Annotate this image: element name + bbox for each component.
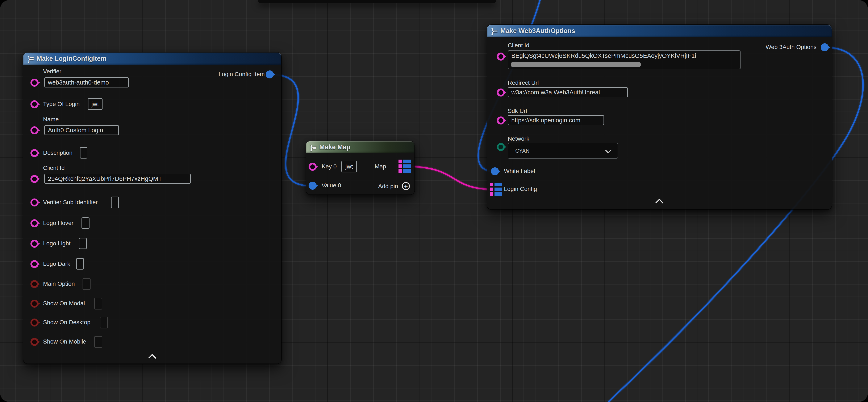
map-output-label: Map [375, 163, 386, 170]
pin-label-show-on-desktop: Show On Desktop [43, 318, 91, 326]
collapse-node-button[interactable] [148, 354, 156, 362]
make-struct-icon: }= [491, 27, 497, 34]
client-id-input[interactable]: 294QRkchfq2YaXUbPri7D6PH7xzHgQMT [44, 174, 191, 184]
pin-label-name: Name [43, 116, 59, 123]
add-pin-label: Add pin [378, 182, 398, 190]
logo-light-input[interactable] [79, 238, 87, 249]
main-option-checkbox[interactable] [83, 278, 91, 290]
redirect-url-pin[interactable] [497, 88, 505, 96]
key0-input[interactable]: jwt [341, 161, 357, 172]
logo-dark-input[interactable] [76, 258, 84, 269]
description-pin[interactable] [30, 149, 38, 157]
pin-label-redirect-url: Redirect Url [508, 79, 539, 87]
pin-label-logo-light: Logo Light [43, 240, 70, 247]
show-on-desktop-pin[interactable] [30, 318, 38, 326]
pin-label-white-label: White Label [504, 167, 535, 175]
value0-pin[interactable] [309, 182, 317, 190]
login-config-item-output-pin[interactable] [266, 70, 274, 79]
name-input[interactable]: Auth0 Custom Login [44, 125, 119, 135]
node-header-make-web3authoptions[interactable]: }= Make Web3AuthOptions [487, 25, 832, 37]
node-make-map[interactable]: }≡ Make Map Key 0 jwt Map Value 0 Add pi… [306, 141, 414, 195]
key0-pin[interactable] [309, 163, 317, 171]
pin-label-show-on-mobile: Show On Mobile [43, 338, 86, 345]
pin-label-value0: Value 0 [321, 182, 341, 189]
collapse-node-button[interactable] [655, 199, 663, 207]
redirect-url-input[interactable]: w3a://com.w3a.Web3AuthUnreal [508, 87, 628, 97]
wire-map-to-login-config[interactable] [412, 167, 492, 190]
name-pin[interactable] [30, 126, 38, 134]
main-option-pin[interactable] [30, 280, 38, 288]
pin-label-login-config: Login Config [504, 185, 537, 193]
logo-light-pin[interactable] [30, 240, 38, 248]
node-header-make-map[interactable]: }≡ Make Map [306, 141, 414, 153]
make-struct-icon: }= [28, 55, 33, 62]
sdk-url-input[interactable]: https://sdk.openlogin.com [508, 115, 604, 125]
description-input[interactable] [80, 147, 87, 159]
pin-label-type-of-login: Type Of Login [43, 100, 80, 108]
pin-label-verifier-sub-identifier: Verifier Sub Identifier [43, 199, 98, 206]
client-id-pin[interactable] [497, 53, 505, 61]
type-of-login-input[interactable]: jwt [88, 98, 102, 110]
blueprint-graph-canvas[interactable]: }= Make LoginConfigItem Login Config Ite… [0, 0, 868, 402]
add-pin-button[interactable] [402, 182, 410, 190]
output-pin-label: Web 3Auth Options [766, 43, 816, 51]
pin-label-sdk-url: Sdk Url [508, 107, 527, 115]
client-id-pin[interactable] [30, 175, 38, 183]
pin-label-logo-hover: Logo Hover [43, 219, 73, 227]
pin-label-main-option: Main Option [43, 280, 75, 288]
network-dropdown[interactable]: CYAN [508, 143, 618, 159]
node-title: Make LoginConfigItem [36, 55, 106, 62]
node-title: Make Web3AuthOptions [500, 27, 575, 35]
verifier-sub-identifier-input[interactable] [111, 197, 119, 208]
show-on-mobile-pin[interactable] [30, 338, 38, 346]
verifier-input[interactable]: web3auth-auth0-demo [44, 77, 129, 87]
pin-label-network: Network [508, 135, 529, 143]
pin-label-key0: Key 0 [321, 163, 337, 170]
pin-label-logo-dark: Logo Dark [43, 260, 70, 268]
login-config-pin[interactable] [490, 183, 502, 196]
node-title: Make Map [319, 143, 350, 151]
pin-label-verifier: Verifier [43, 68, 61, 75]
verifier-pin[interactable] [30, 79, 38, 87]
show-on-desktop-checkbox[interactable] [100, 317, 108, 328]
network-pin[interactable] [497, 143, 505, 151]
white-label-pin[interactable] [491, 167, 499, 175]
pin-label-show-on-modal: Show On Modal [43, 299, 85, 307]
logo-dark-pin[interactable] [30, 260, 38, 268]
node-make-web3authoptions[interactable]: }= Make Web3AuthOptions Web 3Auth Option… [487, 25, 832, 209]
output-pin-label: Login Config Item [219, 70, 265, 78]
offscreen-node-bottom-edge[interactable] [258, 0, 496, 3]
network-selected-value: CYAN [515, 148, 530, 154]
logo-hover-pin[interactable] [30, 219, 38, 227]
node-make-loginconfigitem[interactable]: }= Make LoginConfigItem Login Config Ite… [23, 53, 281, 364]
sdk-url-pin[interactable] [497, 116, 505, 124]
logo-hover-input[interactable] [82, 218, 90, 229]
show-on-modal-pin[interactable] [30, 299, 38, 308]
node-header-make-loginconfigitem[interactable]: }= Make LoginConfigItem [23, 53, 281, 65]
map-output-pin[interactable] [399, 160, 411, 173]
pin-label-client-id: Client Id [43, 164, 65, 172]
pin-label-client-id: Client Id [508, 41, 529, 49]
pin-label-description: Description [43, 149, 72, 156]
client-id-scrollbar[interactable] [511, 62, 641, 67]
verifier-sub-identifier-pin[interactable] [30, 199, 38, 206]
type-of-login-pin[interactable] [30, 100, 38, 108]
show-on-mobile-checkbox[interactable] [94, 336, 102, 348]
web3auth-options-output-pin[interactable] [821, 43, 829, 51]
show-on-modal-checkbox[interactable] [94, 298, 102, 310]
chevron-down-icon [605, 147, 612, 154]
make-map-icon: }≡ [310, 144, 316, 151]
